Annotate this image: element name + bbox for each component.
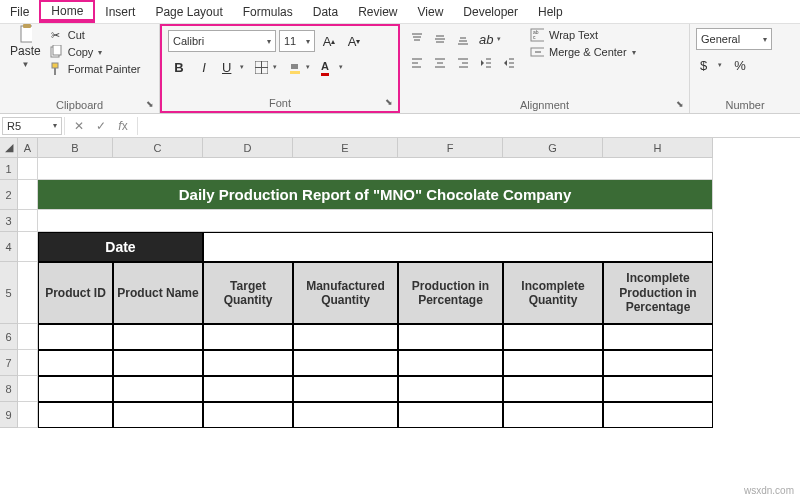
font-launcher[interactable]: ⬊ <box>383 96 395 108</box>
copy-button[interactable]: Copy ▾ <box>49 45 141 59</box>
col-header[interactable]: B <box>38 138 113 158</box>
cut-button[interactable]: ✂ Cut <box>49 28 141 42</box>
table-cell[interactable] <box>113 376 203 402</box>
menu-developer[interactable]: Developer <box>453 0 528 23</box>
cell[interactable] <box>38 210 713 232</box>
menu-page-layout[interactable]: Page Layout <box>145 0 232 23</box>
menu-formulas[interactable]: Formulas <box>233 0 303 23</box>
orientation-button[interactable]: ab▾ <box>475 28 505 50</box>
menu-home[interactable]: Home <box>39 0 95 23</box>
menu-file[interactable]: File <box>0 0 39 23</box>
col-header[interactable]: E <box>293 138 398 158</box>
percent-button[interactable]: % <box>729 54 751 76</box>
table-header[interactable]: Production in Percentage <box>398 262 503 324</box>
col-header[interactable]: H <box>603 138 713 158</box>
number-format-combo[interactable]: General ▾ <box>696 28 772 50</box>
table-cell[interactable] <box>38 350 113 376</box>
merge-center-button[interactable]: Merge & Center ▾ <box>530 45 636 59</box>
table-cell[interactable] <box>398 402 503 428</box>
cell[interactable] <box>38 158 713 180</box>
table-header[interactable]: Manufactured Quantity <box>293 262 398 324</box>
font-name-combo[interactable]: Calibri ▾ <box>168 30 276 52</box>
table-cell[interactable] <box>38 324 113 350</box>
table-cell[interactable] <box>203 350 293 376</box>
report-title-cell[interactable]: Daily Production Report of "MNO" Chocola… <box>38 180 713 210</box>
align-right-button[interactable] <box>452 52 474 74</box>
row-header[interactable]: 3 <box>0 210 18 232</box>
increase-indent-button[interactable] <box>498 52 520 74</box>
font-color-button[interactable]: A▾ <box>317 56 347 78</box>
cell[interactable] <box>18 232 38 262</box>
col-header[interactable]: C <box>113 138 203 158</box>
formula-input[interactable] <box>138 124 800 128</box>
table-header[interactable]: Incomplete Quantity <box>503 262 603 324</box>
align-bottom-button[interactable] <box>452 28 474 50</box>
table-header[interactable]: Product ID <box>38 262 113 324</box>
row-header[interactable]: 9 <box>0 402 18 428</box>
spreadsheet-grid[interactable]: ◢ A B C D E F G H 1 2 Daily Production R… <box>0 138 800 428</box>
col-header[interactable]: D <box>203 138 293 158</box>
row-header[interactable]: 2 <box>0 180 18 210</box>
table-cell[interactable] <box>603 402 713 428</box>
table-cell[interactable] <box>38 376 113 402</box>
align-top-button[interactable] <box>406 28 428 50</box>
font-size-combo[interactable]: 11 ▾ <box>279 30 315 52</box>
menu-review[interactable]: Review <box>348 0 407 23</box>
table-cell[interactable] <box>293 402 398 428</box>
insert-function-button[interactable]: fx <box>113 117 133 135</box>
currency-button[interactable]: $▾ <box>696 54 726 76</box>
table-header[interactable]: Product Name <box>113 262 203 324</box>
table-cell[interactable] <box>503 350 603 376</box>
decrease-font-button[interactable]: A▾ <box>343 30 365 52</box>
cancel-formula-button[interactable]: ✕ <box>69 117 89 135</box>
menu-data[interactable]: Data <box>303 0 348 23</box>
align-middle-button[interactable] <box>429 28 451 50</box>
menu-help[interactable]: Help <box>528 0 573 23</box>
bold-button[interactable]: B <box>168 56 190 78</box>
menu-view[interactable]: View <box>408 0 454 23</box>
table-cell[interactable] <box>398 376 503 402</box>
table-cell[interactable] <box>398 350 503 376</box>
cell[interactable] <box>18 158 38 180</box>
clipboard-launcher[interactable]: ⬊ <box>144 98 156 110</box>
increase-font-button[interactable]: A▴ <box>318 30 340 52</box>
cell[interactable] <box>18 324 38 350</box>
row-header[interactable]: 1 <box>0 158 18 180</box>
row-header[interactable]: 8 <box>0 376 18 402</box>
enter-formula-button[interactable]: ✓ <box>91 117 111 135</box>
table-cell[interactable] <box>293 376 398 402</box>
cell[interactable] <box>18 180 38 210</box>
cell[interactable] <box>18 210 38 232</box>
cell[interactable] <box>18 376 38 402</box>
table-cell[interactable] <box>503 376 603 402</box>
row-header[interactable]: 4 <box>0 232 18 262</box>
row-header[interactable]: 5 <box>0 262 18 324</box>
name-box[interactable]: R5 ▾ <box>2 117 62 135</box>
paste-button[interactable]: Paste ▼ <box>6 28 45 90</box>
table-cell[interactable] <box>503 402 603 428</box>
table-cell[interactable] <box>293 350 398 376</box>
underline-button[interactable]: U▾ <box>218 56 248 78</box>
cell[interactable] <box>18 402 38 428</box>
date-label-cell[interactable]: Date <box>38 232 203 262</box>
cell[interactable] <box>18 350 38 376</box>
table-cell[interactable] <box>113 324 203 350</box>
cell[interactable] <box>18 262 38 324</box>
borders-button[interactable]: ▾ <box>251 56 281 78</box>
table-cell[interactable] <box>113 350 203 376</box>
table-cell[interactable] <box>203 402 293 428</box>
table-cell[interactable] <box>603 376 713 402</box>
alignment-launcher[interactable]: ⬊ <box>674 98 686 110</box>
col-header[interactable]: A <box>18 138 38 158</box>
table-cell[interactable] <box>203 324 293 350</box>
table-cell[interactable] <box>603 324 713 350</box>
row-header[interactable]: 7 <box>0 350 18 376</box>
table-cell[interactable] <box>398 324 503 350</box>
table-cell[interactable] <box>113 402 203 428</box>
align-center-button[interactable] <box>429 52 451 74</box>
table-cell[interactable] <box>503 324 603 350</box>
col-header[interactable]: F <box>398 138 503 158</box>
select-all-corner[interactable]: ◢ <box>0 138 18 158</box>
table-cell[interactable] <box>293 324 398 350</box>
format-painter-button[interactable]: Format Painter <box>49 62 141 76</box>
